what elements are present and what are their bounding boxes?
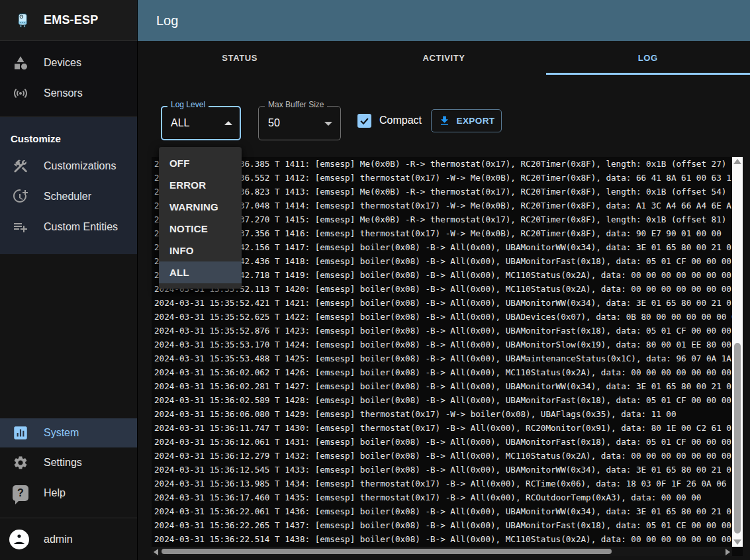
construction-icon <box>12 158 29 175</box>
log-line: 2024-03-31 15:36:02.589 T 1428: [emsesp]… <box>154 393 732 407</box>
log-line: 2024-03-31 15:36:12.279 T 1432: [emsesp]… <box>154 449 732 463</box>
scroll-right-arrow-icon[interactable] <box>726 549 730 555</box>
log-line: 2024-03-31 15:36:22.061 T 1436: [emsesp]… <box>154 504 732 518</box>
scroll-left-arrow-icon[interactable] <box>154 549 158 555</box>
category-icon <box>12 54 29 71</box>
sidebar-item-label: Help <box>44 487 66 499</box>
customize-section-header: Customize <box>0 122 137 151</box>
tab-bar: STATUS ACTIVITY LOG <box>138 41 750 75</box>
username: admin <box>44 534 73 545</box>
log-level-option[interactable]: INFO <box>159 240 242 261</box>
sensors-icon <box>12 85 29 102</box>
sidebar-customize-section: Customize Customizations Scheduler Custo… <box>0 117 137 254</box>
log-line: 2024-03-31 15:36:12.061 T 1431: [emsesp]… <box>154 435 732 449</box>
scroll-up-arrow-icon[interactable] <box>733 159 741 164</box>
log-line: 2024-03-31 15:36:02.281 T 1427: [emsesp]… <box>154 379 732 393</box>
log-level-option[interactable]: NOTICE <box>159 218 242 240</box>
help-icon: ? <box>12 485 29 502</box>
sidebar-item-devices[interactable]: Devices <box>0 48 137 78</box>
ems-esp-app: EMS-ESP Devices Sensors Customize <box>0 0 750 560</box>
active-tab-indicator <box>546 73 750 75</box>
sidebar-item-label: Sensors <box>44 87 83 99</box>
vertical-scrollbar[interactable] <box>732 157 743 547</box>
log-line: 2024-03-31 15:35:53.170 T 1424: [emsesp]… <box>154 338 732 351</box>
log-level-option[interactable]: ERROR <box>159 174 242 196</box>
export-button[interactable]: EXPORT <box>431 109 502 132</box>
compact-checkbox-row[interactable]: Compact <box>357 111 422 130</box>
sidebar-item-system[interactable]: System <box>0 418 137 447</box>
sidebar-item-label: Customizations <box>44 160 116 172</box>
download-icon <box>438 115 451 127</box>
log-line: 2024-03-31 15:36:02.062 T 1426: [emsesp]… <box>154 365 732 379</box>
sidebar-item-sensors[interactable]: Sensors <box>0 78 137 109</box>
tab-activity[interactable]: ACTIVITY <box>342 41 545 75</box>
log-line: 2024-03-31 15:36:22.514 T 1438: [emsesp]… <box>154 532 732 546</box>
log-line: 2024-03-31 15:36:12.545 T 1433: [emsesp]… <box>154 463 732 477</box>
log-line: 2024-03-31 15:35:52.625 T 1422: [emsesp]… <box>154 310 732 324</box>
app-title: EMS-ESP <box>44 13 98 27</box>
sidebar-main-nav: Devices Sensors <box>0 41 137 117</box>
log-level-option[interactable]: WARNING <box>159 196 242 218</box>
tab-log[interactable]: LOG <box>546 41 750 75</box>
compact-label: Compact <box>379 115 422 126</box>
user-row[interactable]: admin <box>0 518 137 560</box>
checkbox-checked-icon[interactable] <box>357 114 371 128</box>
horizontal-scrollbar-thumb[interactable] <box>162 549 612 554</box>
log-level-menu: OFFERRORWARNINGNOTICEINFOALL <box>159 147 242 289</box>
sidebar-item-label: Devices <box>44 57 81 69</box>
page-header: Log <box>138 0 750 41</box>
sidebar-item-help[interactable]: ? Help <box>0 478 137 508</box>
playlist-add-icon <box>12 218 29 236</box>
log-level-value: ALL <box>171 117 189 129</box>
chevron-down-icon <box>324 122 332 126</box>
horizontal-scrollbar[interactable] <box>152 547 732 556</box>
log-line: 2024-03-31 15:35:52.876 T 1423: [emsesp]… <box>154 324 732 338</box>
max-buffer-select[interactable]: Max Buffer Size 50 <box>258 106 341 140</box>
sidebar-item-label: Settings <box>44 457 82 469</box>
vertical-scrollbar-thumb[interactable] <box>734 343 741 534</box>
tab-status[interactable]: STATUS <box>138 41 342 75</box>
scroll-down-arrow-icon[interactable] <box>733 539 741 545</box>
log-level-label: Log Level <box>167 100 209 109</box>
log-line: 2024-03-31 15:35:53.488 T 1425: [emsesp]… <box>154 351 732 365</box>
log-line: 2024-03-31 15:36:11.747 T 1430: [emsesp]… <box>154 421 732 435</box>
app-logo-row: EMS-ESP <box>0 0 137 41</box>
page-title: Log <box>156 13 178 28</box>
log-line: 2024-03-31 15:36:13.985 T 1434: [emsesp]… <box>154 477 732 490</box>
boiler-logo-icon <box>11 9 34 32</box>
log-line: 2024-03-31 15:36:06.080 T 1429: [emsesp]… <box>154 407 732 421</box>
sidebar-item-scheduler[interactable]: Scheduler <box>0 181 137 212</box>
chevron-up-icon <box>224 121 232 125</box>
sidebar-item-label: System <box>44 427 79 439</box>
analytics-icon <box>12 424 29 442</box>
more-time-icon <box>12 188 29 205</box>
log-line: 2024-03-31 15:35:52.421 T 1421: [emsesp]… <box>154 296 732 310</box>
max-buffer-value: 50 <box>268 117 280 129</box>
log-line: 2024-03-31 15:36:22.265 T 1437: [emsesp]… <box>154 518 732 532</box>
sidebar-item-custom-entities[interactable]: Custom Entities <box>0 212 137 242</box>
gear-icon <box>12 454 29 471</box>
sidebar-item-label: Scheduler <box>44 191 91 203</box>
log-level-option[interactable]: OFF <box>159 152 242 174</box>
sidebar-item-settings[interactable]: Settings <box>0 447 137 478</box>
log-line: 2024-03-31 15:36:17.460 T 1435: [emsesp]… <box>154 490 732 504</box>
sidebar-item-label: Custom Entities <box>44 221 118 233</box>
account-circle-icon <box>9 530 29 549</box>
sidebar-spacer <box>0 254 137 418</box>
log-level-option[interactable]: ALL <box>159 261 242 283</box>
log-level-select[interactable]: Log Level ALL <box>161 106 241 140</box>
sidebar: EMS-ESP Devices Sensors Customize <box>0 0 138 560</box>
sidebar-item-customizations[interactable]: Customizations <box>0 151 137 181</box>
max-buffer-label: Max Buffer Size <box>265 100 327 109</box>
